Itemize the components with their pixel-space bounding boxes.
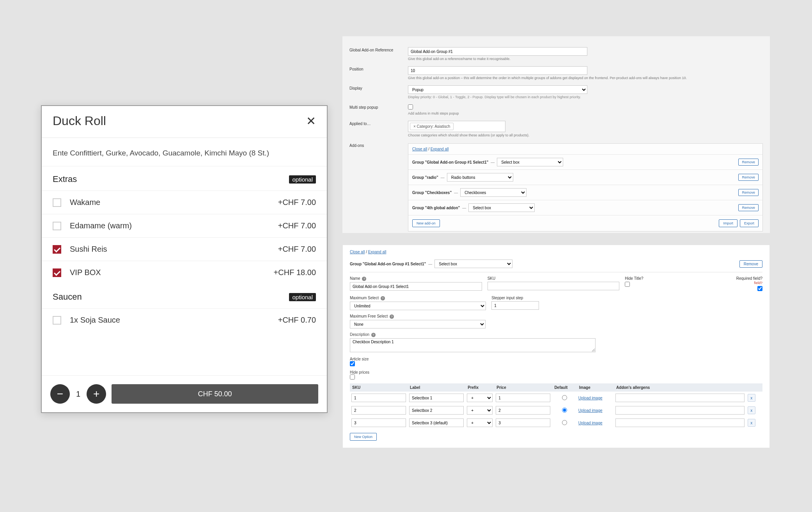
addon-row[interactable]: VIP BOX +CHF 18.00 (42, 261, 327, 284)
opt-prefix-select[interactable]: + (467, 418, 493, 427)
applied-label: Applied to… (349, 121, 408, 137)
upload-image-link[interactable]: Upload image (578, 421, 603, 425)
description-input[interactable] (350, 338, 596, 352)
info-icon: ? (381, 296, 385, 300)
opt-default-radio[interactable] (562, 420, 567, 425)
th-default: Default (552, 383, 576, 392)
required-checkbox[interactable] (757, 286, 762, 291)
th-sku: SKU (350, 383, 408, 392)
ref-input[interactable] (408, 47, 587, 56)
top-links: Close all / Expand all (350, 250, 762, 254)
new-addon-button[interactable]: New add-on (412, 219, 440, 227)
name-input[interactable] (350, 282, 482, 291)
hide-title-checkbox[interactable] (625, 282, 630, 287)
new-option-button[interactable]: New Option (350, 433, 377, 441)
hide-prices-checkbox[interactable] (350, 374, 355, 380)
addon-group-row: Group "4th global addon"— Select box Rem… (408, 200, 762, 215)
delete-option-button[interactable]: x (748, 406, 755, 414)
popup-sections[interactable]: Extras optional Wakame +CHF 7.00 Edamame… (42, 166, 327, 375)
addon-row[interactable]: Wakame +CHF 7.00 (42, 191, 327, 214)
opt-allergens-input[interactable] (615, 406, 745, 415)
max-select[interactable]: Unlimited (350, 302, 486, 310)
group-type-select[interactable]: Select box (497, 158, 563, 166)
remove-button[interactable]: Remove (739, 260, 762, 268)
multistep-checkbox[interactable] (408, 104, 413, 109)
opt-default-radio[interactable] (562, 408, 567, 413)
group-name: Group "4th global addon" (412, 206, 460, 210)
remove-group-button[interactable]: Remove (738, 204, 759, 211)
close-all-link[interactable]: Close all (412, 147, 427, 151)
hide-prices-label: Hide prices (350, 370, 762, 374)
close-all-link[interactable]: Close all (350, 250, 365, 254)
addon-label: VIP BOX (70, 268, 274, 277)
decrease-qty-button[interactable]: − (50, 384, 70, 404)
upload-image-link[interactable]: Upload image (578, 408, 603, 413)
category-chip[interactable]: × Category: Asiatisch (410, 123, 454, 130)
close-icon[interactable]: ✕ (306, 114, 316, 128)
opt-sku-input[interactable] (351, 418, 406, 427)
sku-input[interactable] (488, 282, 620, 290)
opt-default-radio[interactable] (562, 395, 567, 400)
group-type-select[interactable]: Radio buttons (447, 173, 513, 182)
remove-group-button[interactable]: Remove (738, 189, 759, 196)
option-row: + Upload image x (350, 392, 762, 404)
opt-allergens-input[interactable] (615, 394, 745, 402)
addon-row[interactable]: Sushi Reis +CHF 7.00 (42, 237, 327, 261)
opt-label-input[interactable] (409, 394, 464, 402)
addon-row[interactable]: Edamame (warm) +CHF 7.00 (42, 214, 327, 237)
expand-all-link[interactable]: Expand all (368, 250, 386, 254)
expand-all-link[interactable]: Expand all (431, 147, 449, 151)
addons-footer: New add-on Import Export (408, 215, 762, 231)
step-input[interactable] (491, 301, 539, 310)
group-type-select[interactable]: Select box (434, 260, 512, 268)
addon-row[interactable]: 1x Soja Sauce +CHF 0.70 (42, 308, 327, 332)
opt-price-input[interactable] (496, 394, 550, 402)
opt-label-input[interactable] (409, 406, 464, 415)
opt-prefix-select[interactable]: + (467, 406, 493, 415)
applied-tag-container[interactable]: × Category: Asiatisch (408, 121, 505, 132)
checkbox-icon[interactable] (53, 198, 61, 207)
pos-input[interactable] (408, 66, 587, 75)
export-button[interactable]: Export (740, 219, 759, 227)
checkbox-icon[interactable] (53, 268, 61, 277)
maxfree-select[interactable]: None (350, 320, 486, 328)
remove-group-button[interactable]: Remove (738, 159, 759, 166)
addon-label: Wakame (70, 198, 278, 207)
hide-title-label: Hide Title? (625, 276, 704, 281)
upload-image-link[interactable]: Upload image (578, 396, 603, 400)
maxfree-label: Maximum Free Select ? (350, 314, 486, 319)
addon-group-row: Group "radio"— Radio buttons Remove (408, 169, 762, 185)
import-button[interactable]: Import (719, 219, 738, 227)
display-select[interactable]: Popup (408, 85, 587, 94)
opt-price-input[interactable] (496, 406, 550, 415)
addon-label: Sushi Reis (70, 245, 278, 254)
options-table: SKU Label Prefix Price Default Image Add… (350, 383, 762, 429)
opt-prefix-select[interactable]: + (467, 394, 493, 402)
group-type-select[interactable]: Select box (468, 203, 535, 212)
opt-label-input[interactable] (409, 418, 464, 427)
article-size-checkbox[interactable] (350, 361, 355, 366)
remove-group-button[interactable]: Remove (738, 174, 759, 181)
group-name: Group "Checkboxes" (412, 191, 452, 195)
option-row: + Upload image x (350, 404, 762, 417)
applied-help: Choose categories which should show thes… (408, 133, 763, 137)
opt-sku-input[interactable] (351, 406, 406, 415)
checkbox-icon[interactable] (53, 316, 61, 325)
addons-label: Add-ons (349, 143, 408, 231)
opt-sku-input[interactable] (351, 394, 406, 402)
group-type-select[interactable]: Checkboxes (460, 188, 527, 197)
delete-option-button[interactable]: x (748, 419, 755, 427)
required-label: Required field?field? (710, 276, 762, 285)
multistep-help: Add addons in multi steps popup (408, 111, 763, 115)
addon-price: +CHF 7.00 (278, 198, 316, 207)
ref-help: Give this global add-on a reference/name… (408, 57, 763, 61)
opt-allergens-input[interactable] (615, 418, 745, 427)
popup-header: Duck Roll ✕ (42, 106, 327, 138)
checkbox-icon[interactable] (53, 245, 61, 254)
opt-price-input[interactable] (496, 418, 550, 427)
checkbox-icon[interactable] (53, 222, 61, 230)
add-to-cart-button[interactable]: CHF 50.00 (112, 384, 318, 404)
delete-option-button[interactable]: x (748, 394, 755, 402)
increase-qty-button[interactable]: + (87, 384, 106, 404)
th-image: Image (577, 383, 614, 392)
